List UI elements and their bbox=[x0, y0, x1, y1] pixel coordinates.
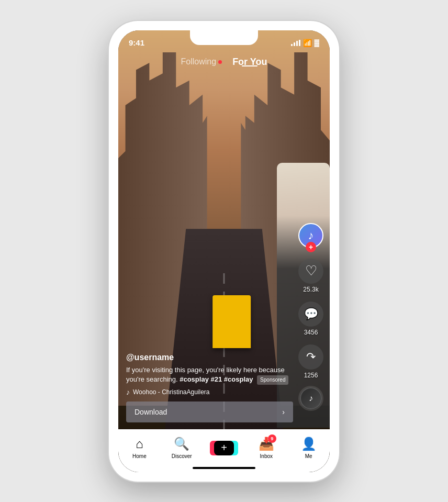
share-count: 1256 bbox=[304, 372, 318, 379]
add-button[interactable]: + bbox=[212, 440, 236, 456]
taxi bbox=[212, 295, 251, 348]
download-label: Download bbox=[135, 408, 167, 416]
like-count: 25.3k bbox=[303, 286, 318, 293]
nav-header: Following For You bbox=[118, 51, 330, 73]
search-icon: 🔍 bbox=[174, 437, 189, 451]
music-disc-icon: ♪ bbox=[309, 394, 313, 403]
add-icon: + bbox=[214, 441, 234, 455]
battery-icon: ▓ bbox=[315, 39, 319, 47]
music-note-icon: ♪ bbox=[126, 388, 130, 396]
signal-bars-icon bbox=[291, 40, 300, 46]
share-action: ↷ 1256 bbox=[298, 344, 323, 379]
share-icon: ↷ bbox=[306, 350, 316, 364]
download-arrow-icon: › bbox=[282, 408, 285, 416]
live-dot bbox=[218, 60, 222, 64]
music-line: ♪ Woohoo - ChristinaAguilera bbox=[126, 388, 293, 396]
follow-button[interactable]: + bbox=[306, 242, 316, 252]
home-icon: ⌂ bbox=[136, 437, 143, 451]
discover-label: Discover bbox=[172, 453, 192, 459]
status-icons: 📶 ▓ bbox=[291, 39, 319, 47]
plus-icon: + bbox=[221, 442, 227, 454]
home-label: Home bbox=[132, 453, 147, 459]
comment-icon: 💬 bbox=[304, 307, 318, 321]
avatar-container: ♪ + bbox=[298, 223, 323, 248]
phone-notch bbox=[190, 30, 258, 45]
nav-item-discover[interactable]: 🔍 Discover bbox=[161, 437, 203, 459]
username[interactable]: @username bbox=[126, 353, 293, 362]
hashtag-cosplay2[interactable]: #cosplay bbox=[224, 375, 253, 383]
comment-button[interactable]: 💬 bbox=[298, 302, 323, 327]
nav-underline bbox=[242, 65, 257, 66]
nav-item-add[interactable]: + bbox=[203, 440, 245, 456]
bottom-navigation: ⌂ Home 🔍 Discover + 📥 9 bbox=[118, 429, 330, 472]
profile-icon: 👤 bbox=[301, 437, 317, 451]
nav-item-inbox[interactable]: 📥 9 Inbox bbox=[245, 437, 287, 459]
phone-screen: 9:41 📶 ▓ Following For You bbox=[118, 30, 330, 472]
inbox-label: Inbox bbox=[260, 453, 273, 459]
comment-count: 3456 bbox=[304, 329, 318, 336]
sponsored-badge: Sponsored bbox=[257, 375, 288, 385]
like-button[interactable]: ♡ bbox=[298, 259, 323, 284]
video-info: @username If you're visiting this page, … bbox=[126, 353, 293, 422]
inbox-container: 📥 9 bbox=[259, 437, 274, 451]
heart-icon: ♡ bbox=[305, 263, 317, 279]
like-action: ♡ 25.3k bbox=[298, 259, 323, 293]
home-indicator bbox=[193, 467, 255, 469]
video-description: If you're visiting this page, you're lik… bbox=[126, 365, 293, 385]
comment-action: 💬 3456 bbox=[298, 302, 323, 336]
following-label: Following bbox=[181, 57, 217, 66]
wifi-icon: 📶 bbox=[303, 39, 312, 47]
hashtag-cosplay[interactable]: #cosplay bbox=[180, 375, 209, 383]
tiktok-logo-icon: ♪ bbox=[308, 229, 314, 242]
nav-item-home[interactable]: ⌂ Home bbox=[118, 437, 161, 459]
music-title: Woohoo - ChristinaAguilera bbox=[133, 388, 210, 396]
download-button[interactable]: Download › bbox=[126, 401, 293, 422]
right-actions-sidebar: ♪ + ♡ 25.3k 💬 3456 ↷ bbox=[298, 223, 323, 409]
share-button[interactable]: ↷ bbox=[298, 344, 323, 370]
nav-for-you-container: For You bbox=[232, 57, 267, 68]
nav-item-me[interactable]: 👤 Me bbox=[287, 437, 330, 459]
status-time: 9:41 bbox=[129, 38, 144, 47]
music-disc[interactable]: ♪ bbox=[300, 387, 322, 409]
inbox-badge: 9 bbox=[268, 434, 276, 443]
phone-device: 9:41 📶 ▓ Following For You bbox=[109, 21, 339, 482]
me-label: Me bbox=[305, 453, 312, 459]
hashtag-21[interactable]: #21 bbox=[211, 375, 222, 383]
nav-following[interactable]: Following bbox=[181, 57, 222, 66]
